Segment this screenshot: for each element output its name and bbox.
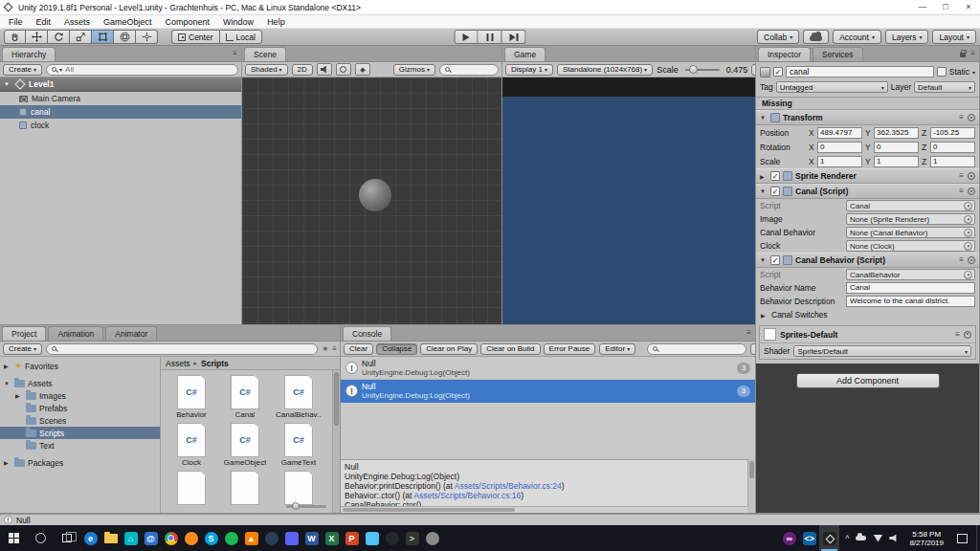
hierarchy-item-clock[interactable]: clock	[0, 119, 241, 132]
presets-icon[interactable]: ≡	[959, 256, 964, 264]
gear-icon[interactable]	[964, 331, 971, 339]
project-tree-item-text[interactable]: Text	[0, 439, 160, 452]
project-tree-item-packages[interactable]: ▶Packages	[0, 456, 160, 469]
console-log-entry[interactable]: !NullUnityEngine.Debug:Log(Object)3	[341, 357, 755, 380]
project-tree-item-assets[interactable]: ▼Assets	[0, 377, 160, 389]
menu-edit[interactable]: Edit	[30, 17, 58, 27]
scale-slider-knob[interactable]	[689, 65, 698, 74]
foldout-canal-switches[interactable]: ▶Canal Switches	[756, 308, 979, 321]
gear-icon[interactable]	[968, 187, 975, 195]
transform-rotation-z-field[interactable]: 0	[930, 142, 975, 153]
component-enabled-checkbox[interactable]: ✓	[770, 187, 780, 196]
console-scrollbar[interactable]	[747, 459, 755, 506]
menu-component[interactable]: Component	[159, 17, 217, 27]
transform-component-header[interactable]: ▼ Transform ≡	[756, 110, 979, 125]
account-button[interactable]: Account▾	[833, 30, 881, 44]
asset-item-canalbehav[interactable]: C#CanalBehav...	[276, 375, 322, 419]
panel-menu-icon[interactable]: ≡	[746, 329, 751, 337]
space-toggle-button[interactable]: Local	[219, 30, 262, 44]
object-picker-icon[interactable]	[964, 271, 972, 279]
transform-tool[interactable]	[114, 30, 136, 44]
panel-menu-icon[interactable]: ≡	[233, 50, 237, 57]
asset-item-gameobject[interactable]: C#GameObject	[222, 423, 268, 467]
project-search-input[interactable]	[46, 343, 318, 355]
console-clear-on-play-button[interactable]: Clear on Play	[420, 343, 478, 355]
console-clear-button[interactable]: Clear	[344, 343, 373, 355]
scale-slider[interactable]	[685, 69, 720, 71]
gizmos-dropdown[interactable]: Gizmos▾	[393, 64, 435, 76]
taskbar-spotify-icon[interactable]	[221, 525, 241, 551]
image-object-field[interactable]: None (Sprite Renderer)	[846, 213, 975, 225]
scene-header-row[interactable]: ▼ Level1	[0, 77, 241, 92]
maximize-on-play-button[interactable]: Maximize On Play	[751, 64, 755, 76]
hierarchy-create-button[interactable]: Create▾	[3, 64, 42, 76]
component-header[interactable]: ▶✓Sprite Renderer≡	[756, 168, 979, 184]
custom-tool[interactable]	[136, 30, 158, 44]
network-icon[interactable]	[873, 535, 882, 542]
taskbar-word-icon[interactable]: W	[301, 525, 322, 551]
taskbar-store-icon[interactable]: ⌂	[121, 525, 141, 551]
console-log-entry[interactable]: !NullUnityEngine.Debug:Log(Object)3	[341, 380, 755, 403]
transform-position-x-field[interactable]: 489.4797	[817, 127, 862, 139]
hierarchy-item-canal[interactable]: canal	[0, 105, 241, 119]
scrollbar-thumb[interactable]	[334, 372, 339, 426]
cortana-button[interactable]	[27, 525, 54, 551]
foldout-expanded-icon[interactable]: ▼	[760, 115, 768, 121]
console-hscrollbar[interactable]	[341, 506, 747, 513]
maximize-button[interactable]: □	[934, 0, 957, 15]
task-view-button[interactable]	[54, 525, 80, 551]
icon-size-slider[interactable]	[286, 505, 326, 508]
clock-object-field[interactable]: None (Clock)	[846, 240, 975, 252]
2d-toggle-button[interactable]: 2D	[292, 64, 313, 76]
taskbar-discord-icon[interactable]	[281, 525, 301, 551]
scrollbar-thumb[interactable]	[749, 461, 754, 478]
pivot-toggle-button[interactable]: Center	[171, 30, 219, 44]
menu-file[interactable]: File	[2, 17, 30, 27]
component-enabled-checkbox[interactable]: ✓	[770, 255, 780, 265]
transform-rotation-y-field[interactable]: 0	[874, 142, 919, 153]
close-button[interactable]: ×	[957, 0, 980, 15]
scene-search-input[interactable]	[439, 64, 499, 76]
transform-position-z-field[interactable]: -105.25	[930, 127, 975, 139]
gameobject-name-field[interactable]: canal	[786, 66, 934, 77]
menu-window[interactable]: Window	[216, 17, 260, 27]
display-dropdown[interactable]: Display 1▾	[505, 64, 553, 76]
foldout-expanded-icon[interactable]: ▼	[4, 81, 11, 87]
hierarchy-search-input[interactable]: ▾ All	[46, 64, 238, 76]
menu-help[interactable]: Help	[260, 17, 292, 27]
taskbar-chrome-icon[interactable]	[161, 525, 181, 551]
gear-icon[interactable]	[968, 172, 975, 180]
foldout-expanded-icon[interactable]: ▼	[760, 257, 768, 263]
start-button[interactable]	[0, 525, 27, 551]
tab-hierarchy[interactable]: Hierarchy	[2, 47, 56, 61]
project-scrollbar[interactable]	[332, 370, 340, 513]
active-checkbox[interactable]: ✓	[773, 67, 783, 77]
play-button[interactable]	[455, 30, 479, 44]
object-picker-icon[interactable]	[964, 229, 972, 237]
script-object-field[interactable]: CanalBehavior	[846, 269, 975, 280]
move-tool[interactable]	[26, 30, 48, 44]
info-count-toggle[interactable]: !2	[750, 343, 755, 355]
tab-services[interactable]: Services	[813, 47, 863, 61]
show-desktop-button[interactable]	[976, 525, 980, 551]
project-tree-item-scripts[interactable]: Scripts	[0, 427, 160, 439]
object-picker-icon[interactable]	[964, 242, 972, 251]
scene-viewport[interactable]	[242, 77, 501, 324]
transform-rotation-x-field[interactable]: 0	[817, 142, 862, 153]
volume-icon[interactable]	[889, 534, 899, 542]
rect-tool[interactable]	[92, 30, 114, 44]
editor-dropdown[interactable]: Editor▾	[599, 343, 635, 355]
tab-inspector[interactable]: Inspector	[758, 47, 811, 61]
saved-search-icon[interactable]: ★	[322, 345, 328, 353]
chevron-down-icon[interactable]: ▾	[972, 69, 975, 76]
console-error-pause-button[interactable]: Error Pause	[544, 343, 596, 355]
pause-button[interactable]	[479, 30, 502, 44]
presets-icon[interactable]: ≡	[959, 114, 964, 121]
object-picker-icon[interactable]	[964, 202, 972, 210]
action-center-icon[interactable]	[957, 534, 968, 543]
transform-scale-z-field[interactable]: 1	[930, 156, 975, 167]
presets-icon[interactable]: ≡	[955, 331, 960, 339]
script-object-field[interactable]: Canal	[846, 200, 975, 211]
clock[interactable]: 5:58 PM 8/27/2019	[905, 530, 947, 547]
tab-animation[interactable]: Animation	[48, 326, 103, 341]
